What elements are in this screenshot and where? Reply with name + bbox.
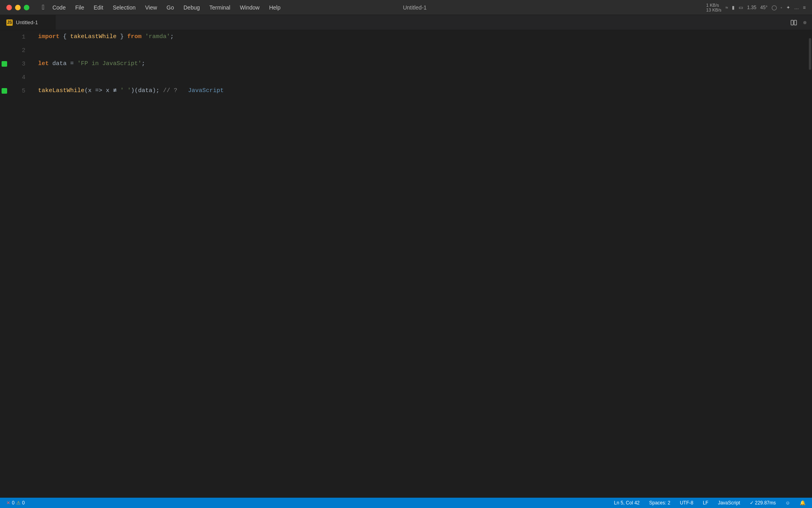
tab-bar: JS Untitled-1: [0, 15, 812, 30]
var-data-ref: data: [138, 84, 152, 98]
feedback-button[interactable]: ☺: [784, 500, 792, 506]
string-fp: 'FP in JavaScript': [77, 57, 142, 71]
line-row-3: 3: [0, 57, 32, 71]
punctuation-2: }: [117, 30, 127, 44]
param-x2: x: [106, 84, 109, 98]
cursor-position[interactable]: Ln 5, Col 42: [613, 500, 642, 506]
title-bar:  Code File Edit Selection View Go Debug…: [0, 0, 812, 15]
timing-status[interactable]: ✓ 229.87ms: [748, 500, 778, 506]
line-number-4: 4: [0, 74, 32, 81]
menu-bar:  Code File Edit Selection View Go Debug…: [40, 3, 285, 12]
traffic-lights: [6, 5, 29, 10]
split-editor-button[interactable]: [790, 19, 798, 27]
menu-item-go[interactable]: Go: [163, 4, 178, 12]
editor-container: JS Untitled-1 1: [0, 15, 812, 498]
comment-quill: // ?: [159, 84, 181, 98]
fn-takeLastWhile: takeLastWhile: [70, 30, 117, 44]
menu-item-debug[interactable]: Debug: [180, 4, 204, 12]
screen-icon: ▭: [739, 5, 743, 10]
punctuation-3: [142, 30, 145, 44]
error-count: 0: [12, 500, 15, 506]
code-line-1: import { takeLastWhile } from 'ramda' ;: [38, 30, 800, 44]
list-icon: ≡: [803, 5, 806, 10]
semicolon-3: ;: [142, 57, 145, 71]
paren-close: )(: [131, 84, 138, 98]
menu-item-code[interactable]: Code: [48, 4, 69, 12]
breakpoint-5[interactable]: [2, 88, 7, 94]
editor-tab[interactable]: JS Untitled-1: [0, 15, 56, 30]
encoding-text: UTF-8: [680, 500, 693, 506]
semicolon-1: ;: [170, 30, 174, 44]
line-number-1: 1: [0, 34, 32, 40]
line-row-5: 5: [0, 84, 32, 98]
paren-close-2: );: [152, 84, 159, 98]
warning-icon: ⚠: [16, 500, 21, 506]
status-bar-right: Ln 5, Col 42 Spaces: 2 UTF-8 LF JavaScri…: [613, 500, 807, 506]
window-title: Untitled-1: [285, 4, 545, 11]
notifications-button[interactable]: 🔔: [798, 500, 807, 506]
menu-item-view[interactable]: View: [141, 4, 161, 12]
encoding-status[interactable]: UTF-8: [678, 500, 695, 506]
temp-display: 45°: [760, 5, 768, 10]
fn-takeLastWhile-call: takeLastWhile: [38, 84, 84, 98]
title-bar-left:  Code File Edit Selection View Go Debug…: [6, 3, 285, 12]
minimize-button[interactable]: [15, 5, 21, 10]
tab-actions: [790, 15, 812, 30]
status-bar-left: ✕ 0 ⚠ 0: [5, 500, 613, 506]
line-ending-text: LF: [703, 500, 709, 506]
code-editor[interactable]: import { takeLastWhile } from 'ramda' ; …: [32, 30, 806, 498]
wifi-icon: ≈: [726, 5, 728, 10]
svg-rect-1: [794, 20, 797, 25]
arrow-op: =>: [92, 84, 106, 98]
js-file-icon: JS: [6, 19, 13, 26]
scrollbar-thumb[interactable]: [809, 38, 811, 70]
operator-eq: =: [70, 57, 77, 71]
error-icon: ✕: [6, 500, 10, 506]
code-line-5: takeLastWhile ( x => x ≢ ' ' )( data ); …: [38, 84, 800, 98]
apple-menu[interactable]: : [40, 3, 47, 12]
line-row-4: 4: [0, 71, 32, 84]
finder-icon: ✦: [786, 5, 790, 10]
line-row-1: 1: [0, 30, 32, 44]
maximize-button[interactable]: [24, 5, 29, 10]
menu-item-selection[interactable]: Selection: [109, 4, 140, 12]
indentation[interactable]: Spaces: 2: [647, 500, 672, 506]
code-area: 1 2 3 4 5 import: [0, 30, 812, 498]
errors-status[interactable]: ✕ 0 ⚠ 0: [5, 500, 26, 506]
keyword-let: let: [38, 57, 49, 71]
timing-text: ✓ 229.87ms: [750, 500, 776, 506]
menu-item-window[interactable]: Window: [236, 4, 264, 12]
battery-icon: ▮: [732, 5, 735, 10]
string-ramda: 'ramda': [145, 30, 170, 44]
param-x: x: [88, 84, 92, 98]
title-bar-right: 1 KB/s13 KB/s ≈ ▮ ▭ 1.35 45° ◯ ◦ ✦ … ≡: [545, 3, 806, 12]
string-space: ' ': [120, 84, 131, 98]
scrollbar-track[interactable]: [806, 30, 812, 498]
code-line-2: [38, 44, 800, 57]
tab-filename: Untitled-1: [16, 19, 38, 25]
network-status: 1 KB/s13 KB/s: [706, 3, 722, 12]
punctuation-1: {: [59, 30, 70, 44]
menu-item-file[interactable]: File: [71, 4, 88, 12]
keyword-from: from: [127, 30, 142, 44]
keyword-import: import: [38, 30, 59, 44]
time-display: 1.35: [747, 5, 756, 10]
line-row-2: 2: [0, 44, 32, 57]
more-actions-button[interactable]: [801, 19, 809, 27]
status-bar: ✕ 0 ⚠ 0 Ln 5, Col 42 Spaces: 2 UTF-8 LF …: [0, 498, 812, 508]
menu-item-terminal[interactable]: Terminal: [205, 4, 234, 12]
quill-value: JavaScript: [181, 84, 224, 98]
menu-item-help[interactable]: Help: [265, 4, 285, 12]
position-text: Ln 5, Col 42: [614, 500, 640, 506]
smiley-icon: ☺: [785, 500, 790, 506]
more-icon: …: [794, 5, 799, 10]
line-ending-status[interactable]: LF: [701, 500, 710, 506]
menu-item-edit[interactable]: Edit: [90, 4, 107, 12]
spaces-text: Spaces: 2: [649, 500, 670, 506]
line-number-2: 2: [0, 47, 32, 54]
breakpoint-3[interactable]: [2, 61, 7, 67]
not-eq-op: ≢: [109, 84, 120, 98]
language-mode[interactable]: JavaScript: [716, 500, 742, 506]
warning-count: 0: [22, 500, 25, 506]
close-button[interactable]: [6, 5, 12, 10]
